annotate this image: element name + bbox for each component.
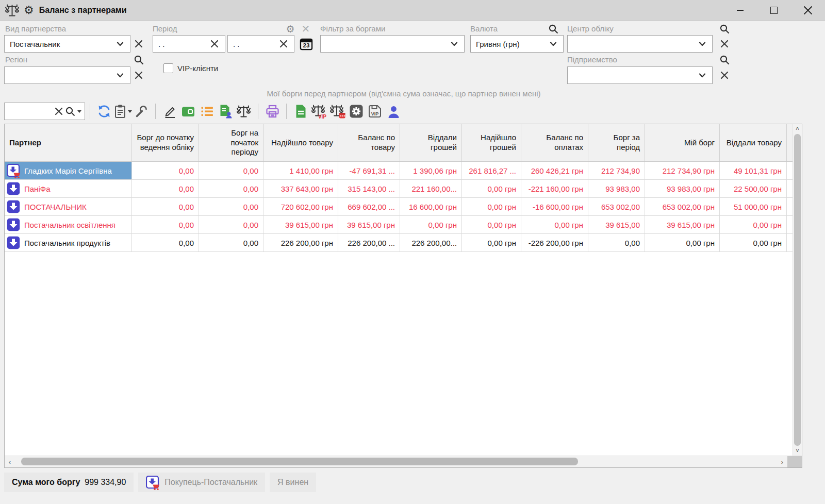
value-cell[interactable]: 22 500,00 грн	[720, 180, 787, 197]
partner-cell[interactable]: Постачальник освітлення	[5, 216, 132, 233]
value-cell[interactable]: 261 816,27 ...	[462, 162, 521, 179]
value-cell[interactable]: 16 600,00 грн	[400, 198, 462, 215]
partner-cell[interactable]: ПаніФа	[5, 180, 132, 197]
value-cell[interactable]: 337 643,00 грн	[263, 180, 338, 197]
value-cell[interactable]: 39 615,00	[588, 216, 645, 233]
value-cell[interactable]: 212 734,90	[588, 162, 645, 179]
column-header-8[interactable]: Борг за період	[588, 124, 645, 161]
vip-clients-checkbox[interactable]	[163, 63, 173, 73]
value-cell[interactable]: 0,00	[132, 180, 199, 197]
scales-vip-icon[interactable]: VIP	[310, 102, 328, 121]
value-cell[interactable]: 226 200,00 грн	[263, 234, 338, 251]
print-icon[interactable]	[263, 102, 282, 121]
value-cell[interactable]: -16 600,00 грн	[521, 198, 588, 215]
accounting-center-select[interactable]	[567, 35, 713, 53]
document-person-icon[interactable]	[216, 102, 235, 121]
column-header-2[interactable]: Борг на початок періоду	[199, 124, 263, 161]
scroll-right-icon[interactable]: ›	[777, 458, 787, 466]
value-cell[interactable]: 93 983,00 грн	[645, 180, 720, 197]
column-header-0[interactable]: Партнер	[5, 124, 132, 161]
date-clear-icon[interactable]	[209, 39, 220, 49]
value-cell[interactable]: 221 160,00...	[400, 180, 462, 197]
value-cell[interactable]: 0,00 грн	[720, 216, 787, 233]
table-row[interactable]: Гладких Марія Сергіївна0,000,001 410,00 …	[5, 162, 793, 180]
value-cell[interactable]: 0,00	[199, 216, 263, 233]
table-row[interactable]: Постачальник освітлення0,000,0039 615,00…	[5, 216, 793, 234]
value-cell[interactable]: 0,00 грн	[521, 216, 588, 233]
minimize-button[interactable]	[723, 0, 757, 21]
value-cell[interactable]: 1 390,06 грн	[400, 162, 462, 179]
enterprise-select[interactable]	[567, 66, 713, 84]
person-icon[interactable]	[384, 102, 403, 121]
value-cell[interactable]: 0,00 грн	[462, 198, 521, 215]
column-header-4[interactable]: Баланс по товару	[338, 124, 400, 161]
scroll-left-icon[interactable]: ‹	[5, 458, 15, 466]
value-cell[interactable]: 0,00	[199, 198, 263, 215]
value-cell[interactable]: 653 002,00 грн	[645, 198, 720, 215]
table-row[interactable]: ПОСТАЧАЛЬНИК0,000,00720 602,00 грн669 60…	[5, 198, 793, 216]
date-clear-icon[interactable]	[278, 39, 289, 49]
column-header-7[interactable]: Баланс по оплатах	[521, 124, 588, 161]
enterprise-clear-icon[interactable]	[718, 69, 731, 82]
accounting-center-search-icon[interactable]	[718, 22, 731, 36]
value-cell[interactable]: 0,00 грн	[720, 234, 787, 251]
save-vip-icon[interactable]: VIP	[366, 102, 384, 121]
value-cell[interactable]: 93 983,00	[588, 180, 645, 197]
value-cell[interactable]: -226 200,00 грн	[521, 234, 588, 251]
column-header-10[interactable]: Віддали товару	[720, 124, 787, 161]
value-cell[interactable]: 226 200,00 ...	[338, 234, 400, 251]
partner-cell[interactable]: ПОСТАЧАЛЬНИК	[5, 198, 132, 215]
value-cell[interactable]: 1 410,00 грн	[263, 162, 338, 179]
value-cell[interactable]: 669 602,00 ...	[338, 198, 400, 215]
debt-filter-select[interactable]	[320, 35, 465, 53]
region-select[interactable]	[4, 66, 130, 84]
search-icon[interactable]	[64, 105, 76, 117]
search-options-caret-icon[interactable]	[77, 110, 81, 113]
currency-search-icon[interactable]	[547, 22, 560, 36]
column-header-5[interactable]: Віддали грошей	[400, 124, 462, 161]
value-cell[interactable]: 0,00	[199, 180, 263, 197]
value-cell[interactable]: -47 691,31 ...	[338, 162, 400, 179]
list-icon[interactable]	[197, 102, 216, 121]
period-clear-icon[interactable]: ✕	[299, 22, 312, 36]
table-row[interactable]: ПаніФа0,000,00337 643,00 грн315 143,00 .…	[5, 180, 793, 198]
value-cell[interactable]: -221 160,00 грн	[521, 180, 588, 197]
horizontal-scrollbar-thumb[interactable]	[21, 458, 578, 465]
value-cell[interactable]: 315 143,00 ...	[338, 180, 400, 197]
close-button[interactable]	[791, 0, 825, 21]
value-cell[interactable]: 0,00	[132, 234, 199, 251]
period-from-input[interactable]: . .	[153, 35, 225, 53]
settings-icon[interactable]	[347, 102, 366, 121]
document-icon[interactable]	[291, 102, 310, 121]
scroll-down-icon[interactable]: ˅	[793, 446, 802, 456]
wallet-icon[interactable]	[179, 102, 197, 121]
clipboard-icon[interactable]	[113, 102, 132, 121]
maximize-button[interactable]	[757, 0, 791, 21]
calendar-icon[interactable]: 23	[300, 37, 313, 51]
value-cell[interactable]: 39 615,00 грн	[263, 216, 338, 233]
value-cell[interactable]: 0,00	[132, 198, 199, 215]
value-cell[interactable]: 0,00	[132, 162, 199, 179]
value-cell[interactable]: 0,00	[199, 162, 263, 179]
value-cell[interactable]: 720 602,00 грн	[263, 198, 338, 215]
scales-icon[interactable]	[235, 102, 253, 121]
period-to-input[interactable]: . .	[227, 35, 294, 53]
partner-cell[interactable]: Постачальник продуктів	[5, 234, 132, 251]
partner-search-box[interactable]	[4, 103, 85, 120]
table-row[interactable]: Постачальник продуктів0,000,00226 200,00…	[5, 234, 793, 252]
partnership-type-clear-icon[interactable]	[132, 37, 145, 51]
value-cell[interactable]: 212 734,90 грн	[645, 162, 720, 179]
vertical-scrollbar-thumb[interactable]	[794, 134, 801, 446]
value-cell[interactable]: 0,00	[199, 234, 263, 251]
region-search-icon[interactable]	[132, 53, 145, 66]
value-cell[interactable]: 226 200,00...	[400, 234, 462, 251]
partnership-type-select[interactable]: Постачальник	[4, 35, 130, 53]
vertical-scrollbar[interactable]: ˄ ˅	[793, 124, 802, 456]
refresh-icon[interactable]	[95, 102, 113, 121]
column-header-1[interactable]: Борг до початку ведення обліку	[132, 124, 199, 161]
scales-calendar-icon[interactable]	[328, 102, 347, 121]
value-cell[interactable]: 260 426,21 грн	[521, 162, 588, 179]
edit-pencil-icon[interactable]	[160, 102, 179, 121]
value-cell[interactable]: 0,00 грн	[462, 216, 521, 233]
value-cell[interactable]: 653 002,00	[588, 198, 645, 215]
